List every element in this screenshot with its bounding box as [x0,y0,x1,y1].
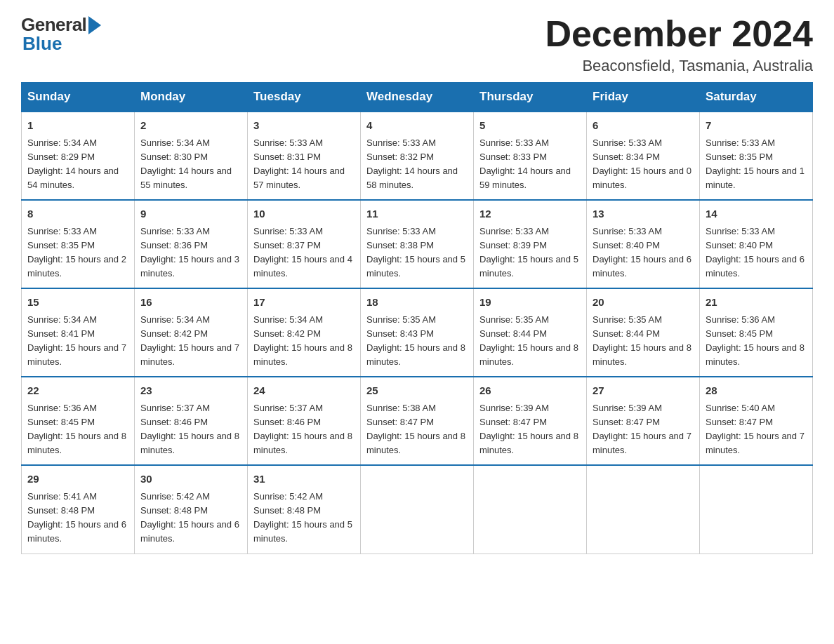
calendar-cell: 12Sunrise: 5:33 AMSunset: 8:39 PMDayligh… [474,200,587,288]
calendar-cell [361,465,474,554]
day-number: 8 [27,206,128,222]
calendar-table: SundayMondayTuesdayWednesdayThursdayFrid… [21,82,813,554]
day-number: 2 [140,118,241,134]
day-info: Sunrise: 5:34 AMSunset: 8:42 PMDaylight:… [140,313,241,370]
day-info: Sunrise: 5:33 AMSunset: 8:40 PMDaylight:… [593,224,694,281]
day-info: Sunrise: 5:39 AMSunset: 8:47 PMDaylight:… [479,401,581,458]
day-header-wednesday: Wednesday [361,83,474,112]
day-number: 26 [479,383,581,399]
day-header-sunday: Sunday [22,83,135,112]
day-number: 4 [366,118,468,134]
calendar-cell: 25Sunrise: 5:38 AMSunset: 8:47 PMDayligh… [361,377,474,465]
day-number: 25 [366,383,468,399]
day-number: 9 [140,206,241,222]
calendar-cell: 14Sunrise: 5:33 AMSunset: 8:40 PMDayligh… [700,200,813,288]
calendar-cell: 4Sunrise: 5:33 AMSunset: 8:32 PMDaylight… [361,112,474,200]
day-info: Sunrise: 5:35 AMSunset: 8:44 PMDaylight:… [593,313,694,370]
logo: General Blue [21,14,101,55]
calendar-cell: 11Sunrise: 5:33 AMSunset: 8:38 PMDayligh… [361,200,474,288]
day-number: 14 [706,206,807,222]
calendar-cell: 30Sunrise: 5:42 AMSunset: 8:48 PMDayligh… [135,465,248,554]
day-number: 16 [140,295,241,311]
day-number: 7 [706,118,807,134]
calendar-cell [700,465,813,554]
day-info: Sunrise: 5:36 AMSunset: 8:45 PMDaylight:… [706,313,807,370]
day-header-friday: Friday [587,83,700,112]
calendar-cell: 28Sunrise: 5:40 AMSunset: 8:47 PMDayligh… [700,377,813,465]
calendar-cell: 18Sunrise: 5:35 AMSunset: 8:43 PMDayligh… [361,288,474,377]
day-number: 22 [27,383,128,399]
logo-blue-text: Blue [22,33,62,55]
day-info: Sunrise: 5:33 AMSunset: 8:37 PMDaylight:… [253,224,355,281]
day-number: 31 [253,471,355,488]
calendar-cell: 3Sunrise: 5:33 AMSunset: 8:31 PMDaylight… [248,112,361,200]
day-header-tuesday: Tuesday [248,83,361,112]
day-info: Sunrise: 5:33 AMSunset: 8:35 PMDaylight:… [706,136,807,193]
week-row-5: 29Sunrise: 5:41 AMSunset: 8:48 PMDayligh… [22,465,813,554]
day-info: Sunrise: 5:33 AMSunset: 8:35 PMDaylight:… [27,224,128,281]
day-info: Sunrise: 5:33 AMSunset: 8:34 PMDaylight:… [593,136,694,193]
calendar-header: SundayMondayTuesdayWednesdayThursdayFrid… [22,83,813,112]
day-info: Sunrise: 5:33 AMSunset: 8:32 PMDaylight:… [366,136,468,193]
calendar-cell: 9Sunrise: 5:33 AMSunset: 8:36 PMDaylight… [135,200,248,288]
day-info: Sunrise: 5:39 AMSunset: 8:47 PMDaylight:… [593,401,694,458]
week-row-4: 22Sunrise: 5:36 AMSunset: 8:45 PMDayligh… [22,377,813,465]
day-number: 24 [253,383,355,399]
week-row-3: 15Sunrise: 5:34 AMSunset: 8:41 PMDayligh… [22,288,813,377]
calendar-cell: 31Sunrise: 5:42 AMSunset: 8:48 PMDayligh… [248,465,361,554]
day-info: Sunrise: 5:36 AMSunset: 8:45 PMDaylight:… [27,401,128,458]
day-number: 17 [253,295,355,311]
day-header-monday: Monday [135,83,248,112]
calendar-cell: 19Sunrise: 5:35 AMSunset: 8:44 PMDayligh… [474,288,587,377]
title-block: December 2024 Beaconsfield, Tasmania, Au… [545,14,813,75]
day-info: Sunrise: 5:40 AMSunset: 8:47 PMDaylight:… [706,401,807,458]
day-number: 27 [593,383,694,399]
day-number: 3 [253,118,355,134]
calendar-cell: 27Sunrise: 5:39 AMSunset: 8:47 PMDayligh… [587,377,700,465]
calendar-cell [474,465,587,554]
day-number: 28 [706,383,807,399]
day-number: 11 [366,206,468,222]
day-info: Sunrise: 5:35 AMSunset: 8:43 PMDaylight:… [366,313,468,370]
day-number: 19 [479,295,581,311]
calendar-cell: 1Sunrise: 5:34 AMSunset: 8:29 PMDaylight… [22,112,135,200]
logo-arrow-icon [88,16,101,34]
calendar-cell: 29Sunrise: 5:41 AMSunset: 8:48 PMDayligh… [22,465,135,554]
day-info: Sunrise: 5:33 AMSunset: 8:39 PMDaylight:… [479,224,581,281]
calendar-cell: 8Sunrise: 5:33 AMSunset: 8:35 PMDaylight… [22,200,135,288]
day-number: 15 [27,295,128,311]
calendar-cell: 2Sunrise: 5:34 AMSunset: 8:30 PMDaylight… [135,112,248,200]
day-info: Sunrise: 5:33 AMSunset: 8:38 PMDaylight:… [366,224,468,281]
day-info: Sunrise: 5:37 AMSunset: 8:46 PMDaylight:… [253,401,355,458]
day-info: Sunrise: 5:38 AMSunset: 8:47 PMDaylight:… [366,401,468,458]
day-info: Sunrise: 5:42 AMSunset: 8:48 PMDaylight:… [253,490,355,546]
location-label: Beaconsfield, Tasmania, Australia [545,57,813,75]
day-number: 20 [593,295,694,311]
day-info: Sunrise: 5:34 AMSunset: 8:30 PMDaylight:… [140,136,241,193]
day-number: 30 [140,471,241,488]
day-number: 10 [253,206,355,222]
day-info: Sunrise: 5:33 AMSunset: 8:36 PMDaylight:… [140,224,241,281]
day-info: Sunrise: 5:35 AMSunset: 8:44 PMDaylight:… [479,313,581,370]
day-number: 21 [706,295,807,311]
day-header-row: SundayMondayTuesdayWednesdayThursdayFrid… [22,83,813,112]
calendar-cell: 21Sunrise: 5:36 AMSunset: 8:45 PMDayligh… [700,288,813,377]
day-number: 23 [140,383,241,399]
day-number: 13 [593,206,694,222]
page-header: General Blue December 2024 Beaconsfield,… [21,14,813,75]
day-info: Sunrise: 5:41 AMSunset: 8:48 PMDaylight:… [27,490,128,546]
week-row-2: 8Sunrise: 5:33 AMSunset: 8:35 PMDaylight… [22,200,813,288]
day-info: Sunrise: 5:34 AMSunset: 8:29 PMDaylight:… [27,136,128,193]
calendar-cell: 7Sunrise: 5:33 AMSunset: 8:35 PMDaylight… [700,112,813,200]
day-number: 5 [479,118,581,134]
day-header-saturday: Saturday [700,83,813,112]
day-number: 6 [593,118,694,134]
day-info: Sunrise: 5:34 AMSunset: 8:42 PMDaylight:… [253,313,355,370]
calendar-cell: 16Sunrise: 5:34 AMSunset: 8:42 PMDayligh… [135,288,248,377]
calendar-cell [587,465,700,554]
day-info: Sunrise: 5:42 AMSunset: 8:48 PMDaylight:… [140,490,241,546]
day-info: Sunrise: 5:33 AMSunset: 8:31 PMDaylight:… [253,136,355,193]
calendar-cell: 5Sunrise: 5:33 AMSunset: 8:33 PMDaylight… [474,112,587,200]
calendar-body: 1Sunrise: 5:34 AMSunset: 8:29 PMDaylight… [22,112,813,554]
calendar-cell: 20Sunrise: 5:35 AMSunset: 8:44 PMDayligh… [587,288,700,377]
